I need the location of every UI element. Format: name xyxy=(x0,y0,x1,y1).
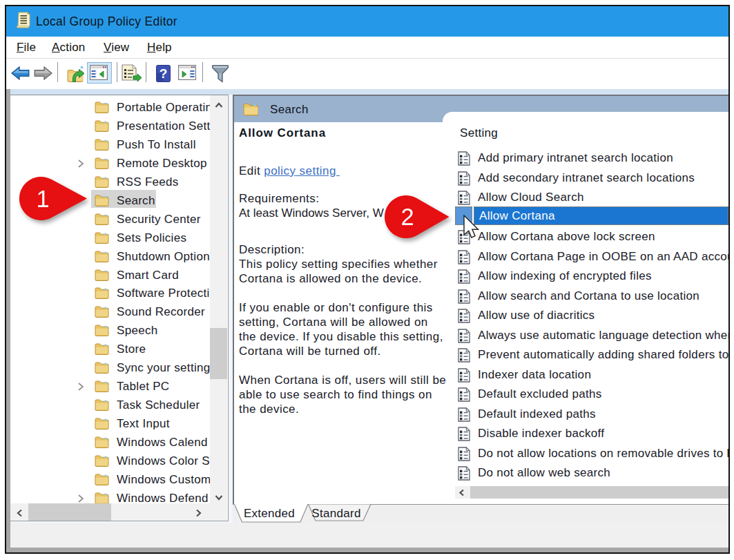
svg-text:Standard: Standard xyxy=(311,507,360,520)
svg-text:?: ? xyxy=(159,66,167,81)
svg-text:Extended: Extended xyxy=(244,507,295,520)
